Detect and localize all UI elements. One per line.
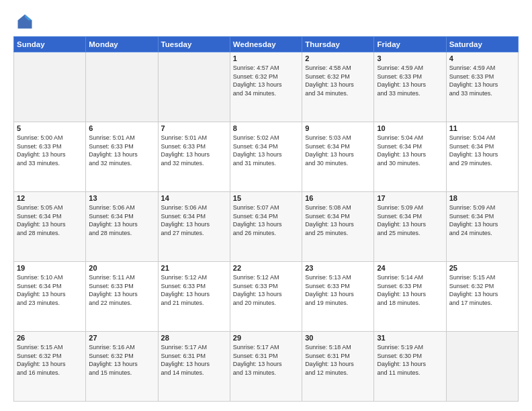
calendar-cell: 14Sunrise: 5:06 AM Sunset: 6:34 PM Dayli…	[158, 192, 230, 262]
calendar-cell	[446, 332, 518, 402]
day-number: 2	[305, 54, 371, 62]
day-number: 9	[305, 124, 371, 132]
calendar-cell	[158, 52, 230, 122]
day-info: Sunrise: 5:07 AM Sunset: 6:34 PM Dayligh…	[233, 203, 299, 237]
day-info: Sunrise: 5:17 AM Sunset: 6:31 PM Dayligh…	[161, 343, 227, 377]
calendar-cell: 3Sunrise: 4:59 AM Sunset: 6:33 PM Daylig…	[374, 52, 446, 122]
day-info: Sunrise: 5:09 AM Sunset: 6:34 PM Dayligh…	[449, 203, 515, 237]
calendar-week-3: 12Sunrise: 5:05 AM Sunset: 6:34 PM Dayli…	[14, 192, 519, 262]
day-info: Sunrise: 5:13 AM Sunset: 6:33 PM Dayligh…	[305, 273, 371, 307]
day-number: 19	[17, 264, 83, 272]
calendar-cell: 16Sunrise: 5:08 AM Sunset: 6:34 PM Dayli…	[302, 192, 374, 262]
day-info: Sunrise: 5:15 AM Sunset: 6:32 PM Dayligh…	[17, 343, 83, 377]
day-info: Sunrise: 4:58 AM Sunset: 6:32 PM Dayligh…	[305, 64, 371, 97]
weekday-header-saturday: Saturday	[446, 37, 518, 52]
day-number: 29	[233, 334, 299, 342]
day-number: 23	[305, 264, 371, 272]
weekday-header-thursday: Thursday	[302, 37, 374, 52]
calendar-table: SundayMondayTuesdayWednesdayThursdayFrid…	[13, 36, 519, 402]
header	[13, 12, 519, 31]
day-info: Sunrise: 5:02 AM Sunset: 6:34 PM Dayligh…	[233, 134, 299, 167]
calendar-cell: 30Sunrise: 5:18 AM Sunset: 6:31 PM Dayli…	[302, 332, 374, 402]
day-number: 4	[449, 54, 515, 62]
day-info: Sunrise: 5:19 AM Sunset: 6:30 PM Dayligh…	[377, 343, 443, 377]
day-number: 14	[161, 194, 227, 202]
calendar-cell: 18Sunrise: 5:09 AM Sunset: 6:34 PM Dayli…	[446, 192, 518, 262]
day-number: 21	[161, 264, 227, 272]
day-number: 24	[377, 264, 443, 272]
day-number: 27	[89, 334, 154, 342]
day-number: 15	[233, 194, 299, 202]
day-number: 16	[305, 194, 371, 202]
calendar-cell: 17Sunrise: 5:09 AM Sunset: 6:34 PM Dayli…	[374, 192, 446, 262]
calendar-cell: 28Sunrise: 5:17 AM Sunset: 6:31 PM Dayli…	[158, 332, 230, 402]
day-info: Sunrise: 5:00 AM Sunset: 6:33 PM Dayligh…	[17, 134, 83, 167]
calendar-cell: 22Sunrise: 5:12 AM Sunset: 6:33 PM Dayli…	[230, 262, 302, 332]
day-info: Sunrise: 5:05 AM Sunset: 6:34 PM Dayligh…	[17, 203, 83, 237]
calendar-week-4: 19Sunrise: 5:10 AM Sunset: 6:34 PM Dayli…	[14, 262, 519, 332]
calendar-cell: 6Sunrise: 5:01 AM Sunset: 6:33 PM Daylig…	[86, 122, 158, 192]
calendar-week-5: 26Sunrise: 5:15 AM Sunset: 6:32 PM Dayli…	[14, 332, 519, 402]
calendar-cell: 27Sunrise: 5:16 AM Sunset: 6:32 PM Dayli…	[86, 332, 158, 402]
calendar-cell: 1Sunrise: 4:57 AM Sunset: 6:32 PM Daylig…	[230, 52, 302, 122]
day-info: Sunrise: 4:59 AM Sunset: 6:33 PM Dayligh…	[377, 64, 443, 97]
calendar-cell: 11Sunrise: 5:04 AM Sunset: 6:34 PM Dayli…	[446, 122, 518, 192]
weekday-header-sunday: Sunday	[14, 37, 86, 52]
day-number: 10	[377, 124, 443, 132]
weekday-header-wednesday: Wednesday	[230, 37, 302, 52]
day-info: Sunrise: 5:01 AM Sunset: 6:33 PM Dayligh…	[89, 134, 154, 167]
calendar-cell: 13Sunrise: 5:06 AM Sunset: 6:34 PM Dayli…	[86, 192, 158, 262]
calendar-cell: 15Sunrise: 5:07 AM Sunset: 6:34 PM Dayli…	[230, 192, 302, 262]
calendar-cell: 21Sunrise: 5:12 AM Sunset: 6:33 PM Dayli…	[158, 262, 230, 332]
day-number: 31	[377, 334, 443, 342]
calendar-cell: 12Sunrise: 5:05 AM Sunset: 6:34 PM Dayli…	[14, 192, 86, 262]
day-info: Sunrise: 5:16 AM Sunset: 6:32 PM Dayligh…	[89, 343, 154, 377]
calendar-header-row: SundayMondayTuesdayWednesdayThursdayFrid…	[14, 37, 519, 52]
day-info: Sunrise: 5:18 AM Sunset: 6:31 PM Dayligh…	[305, 343, 371, 377]
calendar-cell: 25Sunrise: 5:15 AM Sunset: 6:32 PM Dayli…	[446, 262, 518, 332]
day-info: Sunrise: 5:06 AM Sunset: 6:34 PM Dayligh…	[89, 203, 154, 237]
day-number: 18	[449, 194, 515, 202]
weekday-header-tuesday: Tuesday	[158, 37, 230, 52]
calendar-cell: 24Sunrise: 5:14 AM Sunset: 6:33 PM Dayli…	[374, 262, 446, 332]
day-info: Sunrise: 5:01 AM Sunset: 6:33 PM Dayligh…	[161, 134, 227, 167]
day-info: Sunrise: 5:10 AM Sunset: 6:34 PM Dayligh…	[17, 273, 83, 307]
day-number: 17	[377, 194, 443, 202]
day-info: Sunrise: 5:09 AM Sunset: 6:34 PM Dayligh…	[377, 203, 443, 237]
calendar-cell	[14, 52, 86, 122]
day-info: Sunrise: 5:06 AM Sunset: 6:34 PM Dayligh…	[161, 203, 227, 237]
calendar-cell: 26Sunrise: 5:15 AM Sunset: 6:32 PM Dayli…	[14, 332, 86, 402]
weekday-header-monday: Monday	[86, 37, 158, 52]
calendar-cell: 19Sunrise: 5:10 AM Sunset: 6:34 PM Dayli…	[14, 262, 86, 332]
weekday-header-friday: Friday	[374, 37, 446, 52]
logo-icon	[15, 12, 34, 31]
day-number: 25	[449, 264, 515, 272]
day-number: 6	[89, 124, 154, 132]
calendar-cell: 23Sunrise: 5:13 AM Sunset: 6:33 PM Dayli…	[302, 262, 374, 332]
page: SundayMondayTuesdayWednesdayThursdayFrid…	[0, 0, 532, 411]
calendar-cell: 2Sunrise: 4:58 AM Sunset: 6:32 PM Daylig…	[302, 52, 374, 122]
day-info: Sunrise: 4:57 AM Sunset: 6:32 PM Dayligh…	[233, 64, 299, 97]
day-number: 7	[161, 124, 227, 132]
day-info: Sunrise: 5:12 AM Sunset: 6:33 PM Dayligh…	[161, 273, 227, 307]
calendar-cell: 29Sunrise: 5:17 AM Sunset: 6:31 PM Dayli…	[230, 332, 302, 402]
calendar-cell: 9Sunrise: 5:03 AM Sunset: 6:34 PM Daylig…	[302, 122, 374, 192]
calendar-cell	[86, 52, 158, 122]
logo	[13, 12, 34, 31]
calendar-cell: 8Sunrise: 5:02 AM Sunset: 6:34 PM Daylig…	[230, 122, 302, 192]
day-number: 28	[161, 334, 227, 342]
day-info: Sunrise: 5:17 AM Sunset: 6:31 PM Dayligh…	[233, 343, 299, 377]
day-number: 11	[449, 124, 515, 132]
calendar-cell: 4Sunrise: 4:59 AM Sunset: 6:33 PM Daylig…	[446, 52, 518, 122]
day-number: 5	[17, 124, 83, 132]
day-number: 30	[305, 334, 371, 342]
day-info: Sunrise: 5:14 AM Sunset: 6:33 PM Dayligh…	[377, 273, 443, 307]
day-number: 1	[233, 54, 299, 62]
day-info: Sunrise: 5:03 AM Sunset: 6:34 PM Dayligh…	[305, 134, 371, 167]
day-info: Sunrise: 4:59 AM Sunset: 6:33 PM Dayligh…	[449, 64, 515, 97]
day-number: 12	[17, 194, 83, 202]
day-number: 26	[17, 334, 83, 342]
calendar-week-2: 5Sunrise: 5:00 AM Sunset: 6:33 PM Daylig…	[14, 122, 519, 192]
calendar-cell: 31Sunrise: 5:19 AM Sunset: 6:30 PM Dayli…	[374, 332, 446, 402]
day-number: 22	[233, 264, 299, 272]
